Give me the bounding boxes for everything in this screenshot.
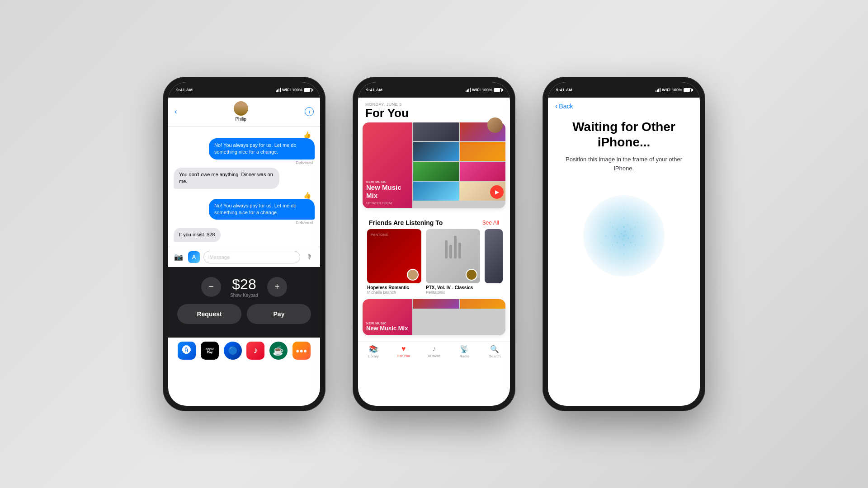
bubble-sent-1: No! You always pay for us. Let me do som… — [209, 138, 315, 160]
signal-bar — [278, 89, 279, 92]
play-button[interactable]: ▶ — [490, 185, 504, 199]
tapback-1: 👍 — [303, 131, 311, 138]
album-thumb-4 — [460, 142, 505, 161]
search-icon: 🔍 — [490, 345, 499, 353]
transfer-subtitle: Position this image in the frame of your… — [557, 155, 691, 173]
delivered-2: Delivered — [296, 221, 315, 225]
signal-bar — [277, 89, 278, 92]
see-all-button[interactable]: See All — [482, 220, 499, 226]
friend-card-2[interactable]: PTX, Vol. IV - Classics Pentatonix — [426, 229, 480, 295]
album-thumb-5 — [413, 162, 459, 181]
radio-icon: 📡 — [460, 345, 469, 353]
status-right-3: WiFi 100% — [656, 88, 692, 92]
particle-cloud-svg — [574, 186, 674, 286]
status-time-3: 9:41 AM — [556, 88, 572, 92]
back-button-messages[interactable]: ‹ — [175, 108, 177, 116]
friend-album-2 — [426, 229, 480, 283]
signal-bar — [276, 90, 277, 92]
request-button[interactable]: Request — [177, 304, 241, 324]
status-right-2: WiFi 100% — [466, 88, 502, 92]
appstore-icon-input[interactable]: A — [188, 251, 200, 263]
friends-title: Friends Are Listening To — [369, 219, 443, 226]
album-thumb-3 — [413, 142, 459, 161]
back-button-transfer[interactable]: ‹ Back — [555, 102, 693, 110]
radio-label: Radio — [460, 354, 469, 358]
show-keypad-label[interactable]: Show Keypad — [230, 293, 258, 298]
battery-icon-1 — [304, 88, 312, 92]
contact-info[interactable]: Philip — [234, 101, 248, 122]
status-time-2: 9:41 AM — [366, 88, 382, 92]
new-music-card-2[interactable]: NEW MUSIC New Music Mix — [363, 299, 505, 335]
payment-panel: − $28 Show Keypad + Request Pay — [168, 267, 320, 338]
payment-amount: $28 Show Keypad — [230, 276, 258, 298]
status-bar-2: 9:41 AM WiFi 100% — [358, 82, 510, 98]
battery-pct-1: 100% — [292, 88, 302, 92]
friends-section: Friends Are Listening To See All PANTONE… — [363, 215, 505, 299]
friend-album-3 — [485, 229, 503, 283]
dock-applepay[interactable]: applePay — [201, 342, 219, 360]
friend-artist-2: Pentatonix — [426, 290, 480, 295]
pay-button[interactable]: Pay — [247, 304, 311, 324]
signal-bars-2 — [466, 88, 471, 92]
minus-button[interactable]: − — [201, 277, 221, 297]
for-you-label: For You — [397, 354, 410, 358]
payment-actions: Request Pay — [177, 304, 311, 324]
phone-3-transfer: 9:41 AM WiFi 100% ‹ Back Waiting — [542, 77, 705, 411]
friends-scroll: PANTONE Hopeless Romantic Michelle Branc… — [363, 229, 505, 299]
new-music-right-grid: ▶ — [413, 122, 505, 201]
new-music-card[interactable]: NEW MUSIC New MusicMix UPDATED TODAY — [363, 122, 505, 208]
dock-more[interactable]: ●●● — [292, 342, 311, 360]
plus-button[interactable]: + — [267, 277, 287, 297]
updated-label: UPDATED TODAY — [366, 202, 409, 205]
payment-amount-row: − $28 Show Keypad + — [177, 276, 311, 298]
friend-card-1[interactable]: PANTONE Hopeless Romantic Michelle Branc… — [367, 229, 421, 295]
phone-3-screen: 9:41 AM WiFi 100% ‹ Back Waiting — [548, 82, 700, 406]
phone-2-screen: 9:41 AM WiFi 100% MONDAY, JUNE 5 For You — [358, 82, 510, 406]
nm2-sub2 — [460, 299, 505, 309]
search-label: Search — [489, 354, 500, 358]
imessage-input[interactable]: iMessage — [203, 251, 300, 263]
friend-card-3[interactable] — [485, 229, 503, 295]
tab-radio[interactable]: 📡 Radio — [449, 345, 480, 358]
friends-section-header: Friends Are Listening To See All — [363, 215, 505, 229]
dock-music[interactable]: ♪ — [246, 342, 264, 360]
phone-2-music: 9:41 AM WiFi 100% MONDAY, JUNE 5 For You — [353, 77, 515, 411]
library-icon: 📚 — [369, 345, 378, 353]
nm2-main: NEW MUSIC New Music Mix — [363, 299, 412, 335]
status-bar-1: 9:41 AM WiFi 100% — [168, 82, 320, 98]
dock-appstore[interactable]: 🅐 — [178, 342, 196, 360]
for-you-title: For You — [365, 107, 503, 120]
friend-avatar-1 — [407, 269, 419, 281]
info-button[interactable]: i — [305, 107, 314, 116]
user-avatar[interactable] — [487, 117, 503, 133]
message-row-1: 👍 No! You always pay for us. Let me do s… — [174, 131, 315, 165]
phone-1-imessage: 9:41 AM WiFi 100% ‹ Philip — [163, 77, 326, 411]
amount-value: $28 — [230, 276, 258, 293]
message-row-3: 👍 No! You always pay for us. Let me do s… — [174, 192, 315, 225]
dock-starbucks[interactable]: ☕ — [269, 342, 288, 360]
input-placeholder: iMessage — [208, 254, 230, 260]
transfer-content: Waiting for Other iPhone... Position thi… — [548, 110, 700, 295]
messages-area: 👍 No! You always pay for us. Let me do s… — [168, 127, 320, 247]
new-music-grid: NEW MUSIC New MusicMix UPDATED TODAY — [363, 122, 505, 208]
signal-bars-3 — [656, 88, 660, 92]
new-music-grid-2: NEW MUSIC New Music Mix — [363, 299, 505, 335]
imessage-input-bar: 📷 A iMessage 🎙 — [168, 247, 320, 267]
tab-for-you[interactable]: ♥ For You — [388, 345, 419, 358]
back-label: Back — [559, 103, 573, 110]
mic-icon[interactable]: 🎙 — [304, 251, 316, 263]
tapback-2: 👍 — [303, 192, 311, 199]
camera-icon[interactable]: 📷 — [173, 251, 184, 263]
tab-library[interactable]: 📚 Library — [358, 345, 388, 358]
imessage-header: ‹ Philip i — [168, 98, 320, 127]
svg-point-49 — [583, 195, 665, 277]
library-label: Library — [368, 354, 378, 358]
battery-icon-3 — [684, 88, 692, 92]
for-you-icon: ♥ — [401, 345, 406, 353]
phone-1-screen: 9:41 AM WiFi 100% ‹ Philip — [168, 82, 320, 406]
tab-browse[interactable]: ♪ Browse — [419, 345, 449, 358]
dock-shazam[interactable]: 🔵 — [224, 342, 242, 360]
tab-search[interactable]: 🔍 Search — [480, 345, 510, 358]
message-row-2: You don't owe me anything. Dinner was on… — [174, 168, 315, 189]
album-thumb-play: ▶ — [460, 182, 505, 201]
